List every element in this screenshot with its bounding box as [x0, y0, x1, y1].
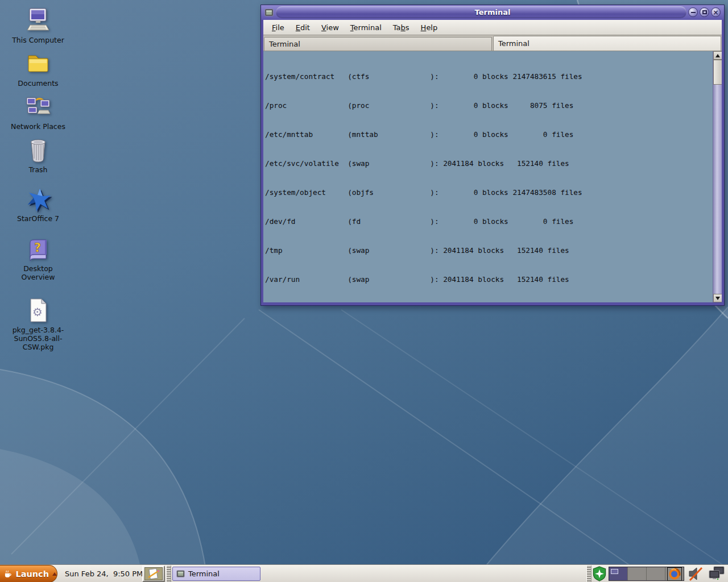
scroll-down-icon — [715, 297, 720, 300]
folder-icon — [24, 50, 52, 77]
scrollbar-thumb[interactable] — [713, 60, 722, 85]
launch-up-arrow-icon — [52, 572, 57, 576]
close-icon: × — [713, 9, 718, 16]
terminal-line: /tmp (swap ): 2041184 blocks 152140 file… — [265, 246, 712, 255]
scroll-up-button[interactable] — [713, 51, 722, 60]
bottom-panel: Launch Sun Feb 24, 9:50 PM Terminal — [0, 564, 728, 582]
terminal-line: /system/contract (ctfs ): 0 blocks 21474… — [265, 72, 712, 81]
star-icon — [24, 185, 52, 213]
desktop-icon-trash[interactable]: Trash — [6, 136, 70, 174]
workspace-2[interactable] — [628, 567, 647, 580]
menu-bar: File Edit View Terminal Tabs Help — [263, 20, 722, 35]
scroll-down-button[interactable] — [713, 294, 722, 302]
menu-tabs[interactable]: Tabs — [387, 22, 415, 34]
menu-edit[interactable]: Edit — [290, 22, 316, 34]
terminal-line: /etc/svc/volatile (swap ): 2041184 block… — [265, 159, 712, 168]
text-editor-icon — [144, 567, 163, 580]
gear-glyph: ⚙ — [32, 305, 43, 319]
menu-help[interactable]: Help — [415, 22, 444, 34]
clock-applet[interactable]: Sun Feb 24, 9:50 PM — [65, 565, 143, 582]
menu-file[interactable]: File — [266, 22, 290, 34]
taskbar-button-label: Terminal — [188, 569, 220, 578]
firefox-launcher[interactable] — [667, 567, 682, 581]
terminal-content[interactable]: /system/contract (ctfs ): 0 blocks 21474… — [263, 51, 722, 302]
desktop-icon-label: StarOffice 7 — [6, 214, 70, 223]
terminal-window: Terminal × File Edit View Terminal Tabs … — [260, 5, 725, 306]
launch-button[interactable]: Launch — [0, 565, 57, 582]
desktop-icon-pkg-file[interactable]: ⚙ pkg_get-3.8.4-SunOS5.8-all-CSW.pkg — [6, 297, 70, 351]
panel-handle[interactable] — [166, 566, 171, 582]
desktop-icon-label: Desktop Overview — [6, 264, 70, 281]
menu-terminal[interactable]: Terminal — [345, 22, 387, 34]
remote-monitors-icon[interactable] — [708, 566, 725, 581]
java-cup-icon — [3, 568, 13, 579]
workspace-switcher — [609, 567, 684, 581]
screen: { "desktop": { "icons": [ { "name": "thi… — [0, 0, 728, 582]
maximize-icon — [702, 10, 707, 14]
workspace-1[interactable] — [609, 567, 628, 580]
terminal-line: /etc/mnttab (mnttab ): 0 blocks 0 files — [265, 130, 712, 139]
book-question-icon: ? — [24, 235, 52, 263]
desktop-icon-label: Trash — [6, 165, 70, 174]
desktop-icon-network-places[interactable]: Network Places — [6, 93, 70, 131]
taskbar-terminal-button[interactable]: Terminal — [172, 567, 260, 581]
workspace-window-outline — [611, 569, 618, 574]
terminal-line: /var/run (swap ): 2041184 blocks 152140 … — [265, 275, 712, 284]
desktop-icon-label: Documents — [6, 79, 70, 88]
workspace-3[interactable] — [647, 567, 665, 580]
scroll-up-icon — [715, 54, 720, 57]
volume-muted-icon[interactable] — [688, 566, 704, 581]
maximize-button[interactable] — [700, 7, 709, 17]
desktop-icon-label: pkg_get-3.8.4-SunOS5.8-all-CSW.pkg — [6, 326, 70, 351]
desktop-icon-documents[interactable]: Documents — [6, 50, 70, 88]
close-button[interactable]: × — [711, 7, 721, 17]
panel-handle[interactable] — [586, 566, 592, 582]
desktop-icon-staroffice[interactable]: StarOffice 7 — [6, 185, 70, 223]
text-editor-launcher[interactable] — [142, 566, 165, 582]
terminal-line: /proc (proc ): 0 blocks 8075 files — [265, 101, 712, 110]
terminal-line: /system/object (objfs ): 0 blocks 214748… — [265, 188, 712, 197]
terminal-icon — [176, 569, 185, 578]
minimize-button[interactable] — [688, 7, 698, 17]
menu-view[interactable]: View — [316, 22, 345, 34]
window-title: Terminal — [261, 8, 724, 16]
network-icon — [24, 93, 52, 120]
launch-label: Launch — [15, 569, 49, 579]
desktop-icon-label: Network Places — [6, 122, 70, 131]
window-body: File Edit View Terminal Tabs Help Termin… — [263, 20, 722, 302]
computer-icon — [24, 7, 52, 34]
firefox-icon — [668, 568, 681, 580]
desktop-icon-this-computer[interactable]: This Computer — [6, 7, 70, 44]
terminal-text: /system/contract (ctfs ): 0 blocks 21474… — [265, 52, 712, 302]
desktop-icon-desktop-overview[interactable]: ? Desktop Overview — [6, 235, 70, 281]
titlebar[interactable]: Terminal × — [261, 5, 724, 20]
update-shield-icon[interactable] — [592, 566, 607, 581]
minimize-icon — [691, 12, 696, 13]
tab-terminal-1[interactable]: Terminal — [264, 37, 492, 51]
package-icon: ⚙ — [24, 297, 52, 324]
trash-icon — [24, 136, 52, 164]
terminal-line: /dev/fd (fd ): 0 blocks 0 files — [265, 217, 712, 226]
desktop-icon-label: This Computer — [6, 36, 70, 44]
scrollbar[interactable] — [713, 51, 722, 302]
tab-terminal-2[interactable]: Terminal — [493, 36, 721, 51]
tab-bar: Terminal Terminal — [263, 35, 722, 51]
workspace-4[interactable] — [665, 567, 684, 580]
question-glyph: ? — [34, 241, 41, 255]
